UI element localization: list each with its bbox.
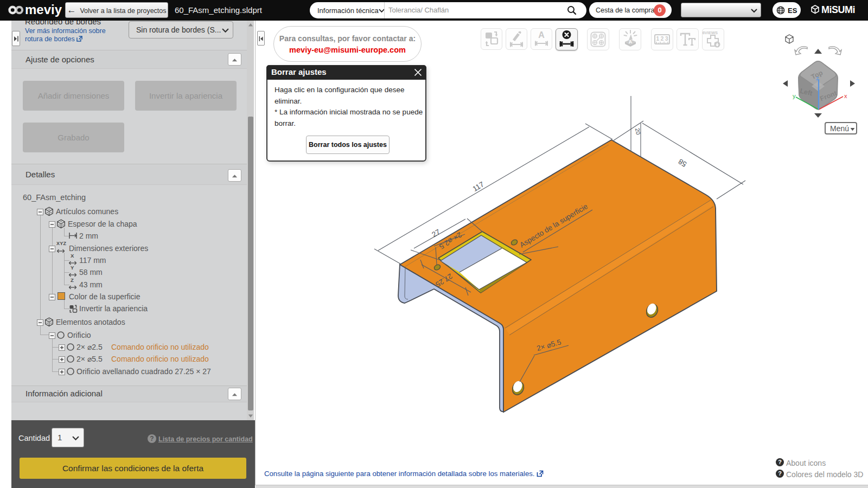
svg-text:117: 117 [471,180,486,193]
svg-text:27: 27 [430,228,442,239]
svg-text:58: 58 [677,157,688,169]
svg-text:y: y [793,93,796,99]
svg-text:z: z [816,75,819,81]
svg-text:20: 20 [634,127,642,135]
svg-text:x: x [844,93,847,99]
